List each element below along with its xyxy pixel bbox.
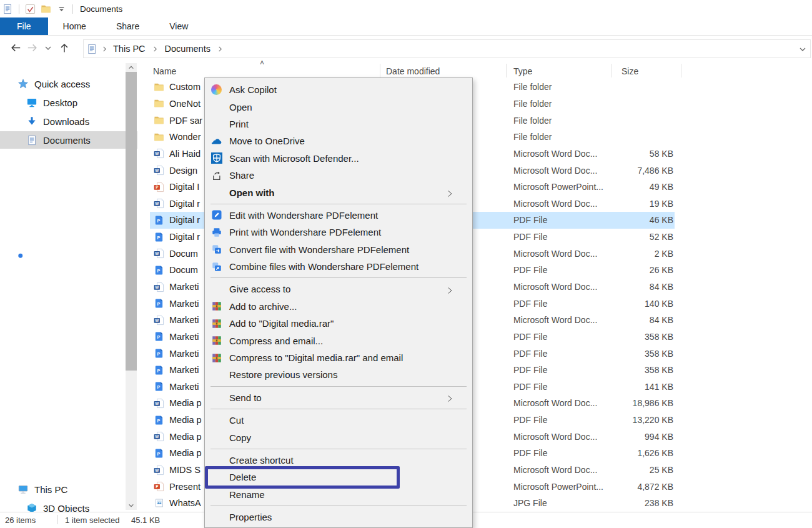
menu-item-label: Compress and email... bbox=[229, 336, 323, 346]
word-file-icon: W bbox=[154, 248, 164, 259]
menu-item-label: Delete bbox=[229, 472, 256, 482]
breadcrumb-chevron-icon[interactable] bbox=[152, 46, 159, 52]
svg-text:W: W bbox=[155, 168, 159, 172]
column-header-date-modified[interactable]: Date modified bbox=[386, 66, 440, 76]
menu-item-icon bbox=[211, 432, 225, 444]
breadcrumb-segment-this-pc[interactable]: This PC bbox=[108, 44, 151, 54]
menu-item-send-to[interactable]: Send to bbox=[205, 389, 472, 406]
up-arrow-icon[interactable] bbox=[56, 40, 72, 56]
column-divider[interactable] bbox=[506, 64, 507, 77]
file-name: MIDS S bbox=[169, 465, 201, 475]
menu-item-icon bbox=[211, 101, 225, 113]
menu-item-combine-files-with-wondershare-pdfelement[interactable]: Combine files with Wondershare PDFelemen… bbox=[205, 258, 472, 275]
menu-item-properties[interactable]: Properties bbox=[205, 509, 472, 526]
tab-view[interactable]: View bbox=[154, 17, 203, 35]
sidebar-item-label: Quick access bbox=[34, 79, 90, 89]
column-header-size[interactable]: Size bbox=[621, 66, 638, 76]
breadcrumb-segment-documents[interactable]: Documents bbox=[160, 44, 215, 54]
column-divider[interactable] bbox=[681, 64, 681, 77]
menu-item-copy[interactable]: Copy bbox=[205, 429, 472, 446]
tab-home[interactable]: Home bbox=[48, 17, 101, 35]
file-type-cell: File folder bbox=[513, 132, 616, 142]
nav-scrollbar[interactable] bbox=[126, 63, 137, 510]
menu-item-add-to-digital-media-rar[interactable]: Add to "Digital media.rar" bbox=[205, 315, 472, 332]
checkmark-icon[interactable] bbox=[25, 4, 36, 14]
menu-item-label: Create shortcut bbox=[229, 455, 294, 466]
file-name: Digital r bbox=[169, 232, 200, 242]
svg-text:P: P bbox=[157, 235, 160, 240]
scrollbar-up-icon[interactable] bbox=[126, 63, 137, 72]
pdfelement-combine-icon bbox=[211, 261, 225, 272]
address-field[interactable]: This PCDocuments bbox=[83, 39, 811, 58]
file-size-cell: 49 KB bbox=[568, 182, 673, 192]
menu-item-share[interactable]: Share bbox=[205, 167, 472, 184]
address-dropdown-chevron-icon[interactable] bbox=[799, 46, 806, 53]
sidebar-item-this-pc[interactable]: This PC bbox=[0, 481, 143, 498]
menu-separator bbox=[210, 409, 467, 409]
file-name: Marketi bbox=[169, 365, 199, 375]
location-document-icon bbox=[87, 44, 97, 54]
recent-locations-chevron-icon[interactable] bbox=[40, 40, 56, 56]
menu-item-convert-file-with-wondershare-pdfelement[interactable]: Convert file with Wondershare PDFelement bbox=[205, 241, 472, 258]
powerpoint-file-icon: P bbox=[154, 182, 164, 192]
column-header-name[interactable]: Name bbox=[153, 66, 176, 76]
menu-item-label: Combine files with Wondershare PDFelemen… bbox=[229, 261, 418, 272]
column-header-type[interactable]: Type bbox=[513, 66, 532, 76]
file-name: Marketi bbox=[169, 315, 199, 325]
menu-item-label: Print bbox=[229, 119, 249, 129]
menu-item-label: Restore previous versions bbox=[229, 369, 337, 380]
folder-icon[interactable] bbox=[41, 4, 51, 14]
file-name: Media p bbox=[169, 398, 202, 408]
menu-item-compress-to-digital-media-rar-and-email[interactable]: Compress to "Digital media.rar" and emai… bbox=[205, 349, 472, 366]
menu-item-label: Add to "Digital media.rar" bbox=[229, 318, 334, 329]
pdfelement-file-icon: P bbox=[154, 298, 164, 309]
menu-item-restore-previous-versions[interactable]: Restore previous versions bbox=[205, 366, 472, 383]
menu-item-add-to-archive[interactable]: Add to archive... bbox=[205, 298, 472, 315]
forward-arrow-icon[interactable] bbox=[24, 40, 40, 56]
menu-item-print[interactable]: Print bbox=[205, 116, 472, 132]
menu-separator bbox=[210, 506, 467, 506]
nav-scrollbar-thumb[interactable] bbox=[126, 72, 137, 371]
powerpoint-file-icon: P bbox=[154, 481, 164, 492]
file-name: Media p bbox=[169, 448, 202, 458]
menu-item-cut[interactable]: Cut bbox=[205, 412, 472, 429]
qat-dropdown-icon[interactable] bbox=[56, 4, 67, 14]
menu-item-compress-and-email[interactable]: Compress and email... bbox=[205, 332, 472, 349]
menu-item-ask-copilot[interactable]: Ask Copilot bbox=[205, 81, 472, 98]
file-type-cell: File folder bbox=[513, 99, 616, 109]
menu-item-move-to-onedrive[interactable]: Move to OneDrive bbox=[205, 132, 472, 149]
selection-size: 45.1 KB bbox=[131, 516, 160, 525]
back-arrow-icon[interactable] bbox=[7, 40, 24, 56]
menu-item-open[interactable]: Open bbox=[205, 98, 472, 115]
file-name: Docum bbox=[169, 249, 198, 259]
menu-item-icon bbox=[211, 511, 225, 523]
menu-item-create-shortcut[interactable]: Create shortcut bbox=[205, 452, 472, 469]
menu-item-icon bbox=[211, 118, 225, 130]
scrollbar-down-icon[interactable] bbox=[126, 501, 137, 510]
menu-item-delete[interactable]: Delete bbox=[205, 469, 472, 486]
titlebar-divider bbox=[19, 4, 19, 14]
file-size-cell: 46 KB bbox=[568, 215, 673, 225]
sidebar-item-quick-access[interactable]: Quick access bbox=[0, 75, 143, 92]
tab-share[interactable]: Share bbox=[101, 17, 154, 35]
menu-item-scan-with-microsoft-defender[interactable]: Scan with Microsoft Defender... bbox=[205, 150, 472, 167]
file-explorer-icon bbox=[2, 4, 13, 14]
menu-item-open-with[interactable]: Open with bbox=[205, 184, 472, 201]
menu-item-print-with-wondershare-pdfelement[interactable]: Print with Wondershare PDFelement bbox=[205, 224, 472, 241]
column-divider[interactable] bbox=[380, 64, 380, 77]
file-size-cell: 141 KB bbox=[568, 382, 673, 392]
status-divider bbox=[57, 515, 58, 524]
tab-file[interactable]: File bbox=[0, 17, 48, 35]
column-divider[interactable] bbox=[611, 64, 611, 77]
file-name: Media p bbox=[169, 432, 202, 442]
file-size-cell: 4,872 KB bbox=[568, 482, 673, 492]
menu-item-edit-with-wondershare-pdfelement[interactable]: Edit with Wondershare PDFelement bbox=[205, 207, 472, 224]
word-file-icon: W bbox=[154, 465, 164, 476]
breadcrumb-chevron-icon[interactable] bbox=[217, 46, 224, 52]
menu-item-rename[interactable]: Rename bbox=[205, 486, 472, 503]
window-title: Documents bbox=[80, 4, 122, 14]
menu-item-give-access-to[interactable]: Give access to bbox=[205, 281, 472, 297]
svg-text:P: P bbox=[157, 352, 160, 357]
menu-item-label: Add to archive... bbox=[229, 301, 297, 312]
menu-item-icon bbox=[211, 454, 225, 466]
